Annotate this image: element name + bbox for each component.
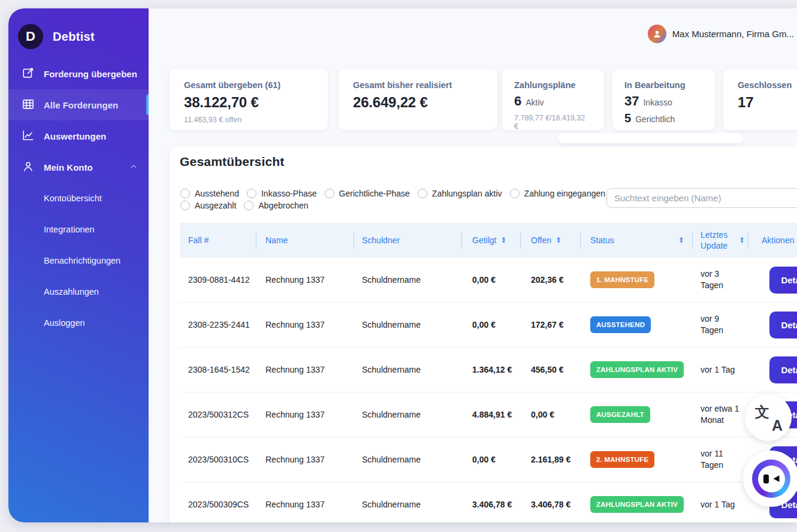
filter-abgebrochen: Abgebrochen <box>244 201 308 210</box>
translate-button[interactable]: 文 A <box>745 394 792 441</box>
sidebar-subitem-label: Kontoübersicht <box>44 194 102 203</box>
sidebar-item-label: Alle Forderungen <box>44 100 118 110</box>
user-menu[interactable]: Max Mustermann, Firma Gm... <box>648 25 794 43</box>
cell-case-id: 2023/500312CS <box>180 410 256 419</box>
user-icon <box>22 160 35 175</box>
sidebar-subitem-label: Auszahlungen <box>44 287 99 297</box>
radio-button[interactable] <box>247 189 256 198</box>
sidebar-nav: Forderung übergeben Alle Forderungen Mei… <box>8 58 149 338</box>
radio-button[interactable] <box>180 201 190 210</box>
cell-case-id: 2023/500310CS <box>180 455 256 464</box>
cell-updated: vor 11 Tagen <box>692 448 748 471</box>
sidebar-subitem-label: Integrationen <box>44 225 95 234</box>
sidebar-subitem-label: Benachrichtigungen <box>44 256 120 265</box>
cell-debtor: Schuldnername <box>354 275 461 285</box>
sort-icon[interactable] <box>679 237 684 244</box>
claims-table: Fall # Name Schuldner Getilgt Offen Stat… <box>180 223 797 522</box>
sidebar-item-auswertungen[interactable]: Mein Konto Auswertungen <box>8 120 149 152</box>
filter-zahlungsplan-aktiv: Zahlungsplan aktiv <box>418 189 502 198</box>
radio-button[interactable] <box>418 189 427 198</box>
page-title: Gesamtübersicht <box>180 155 285 169</box>
chatbot-face <box>758 466 785 492</box>
search-input[interactable] <box>606 188 797 208</box>
radio-button[interactable] <box>325 189 334 198</box>
overview-panel: Gesamtübersicht Ausstehend Inkasso-Phase… <box>170 147 797 522</box>
sidebar-item-kontouebersicht[interactable]: Kontoübersicht <box>8 183 149 214</box>
cell-name: Rechnung 1337 <box>256 365 354 374</box>
stat-title: Geschlossen <box>738 80 797 90</box>
filter-gerichtliche-phase: Gerichtliche-Phase <box>325 189 410 198</box>
filter-label: Inkasso-Phase <box>261 189 317 198</box>
cell-updated: vor 9 Tagen <box>692 313 748 336</box>
sidebar-item-benachrichtigungen[interactable]: Benachrichtigungen <box>8 245 149 276</box>
sidebar-item-label: Forderung übergeben <box>44 69 137 79</box>
column-header-aktionen: Aktionen <box>748 223 797 258</box>
column-header-status[interactable]: Status <box>580 223 692 258</box>
cell-paid: 0,00 € <box>461 455 520 464</box>
cell-status: 1. MAHNSTUFE <box>580 271 692 288</box>
stat-cards: Gesamt übergeben (61) 38.122,70 € 11.463… <box>170 69 797 130</box>
chevron-up-icon[interactable] <box>129 162 138 173</box>
sidebar-item-label: Auswertungen <box>44 131 106 141</box>
cell-actions: Details <box>748 312 797 338</box>
radio-button[interactable] <box>180 189 190 198</box>
stat-title: Gesamt übergeben (61) <box>184 80 313 90</box>
cell-status: ZAHLUNGSPLAN AKTIV <box>580 496 692 513</box>
stat-card-gesamt-uebergeben: Gesamt übergeben (61) 38.122,70 € 11.463… <box>170 69 328 130</box>
cell-status: 2. MAHNSTUFE <box>580 451 692 468</box>
column-header-getilgt[interactable]: Getilgt <box>461 223 520 258</box>
cell-name: Rechnung 1337 <box>256 410 354 419</box>
sidebar-item-integrationen[interactable]: Integrationen <box>8 214 149 245</box>
filter-label: Gerichtliche-Phase <box>339 189 410 198</box>
sidebar-item-ausloggen[interactable]: Ausloggen <box>8 307 149 338</box>
sidebar-item-forderung-uebergeben[interactable]: Forderung übergeben <box>8 58 149 89</box>
cell-updated: vor 1 Tag <box>692 499 748 510</box>
details-button[interactable]: Details <box>769 312 797 338</box>
brand-name: Debtist <box>53 30 95 44</box>
status-badge: 2. MAHNSTUFE <box>590 451 654 468</box>
filter-ausstehend: Ausstehend <box>180 189 239 198</box>
cell-open: 0,00 € <box>520 410 580 419</box>
radio-button[interactable] <box>244 201 253 210</box>
filter-ausgezahlt: Ausgezahlt <box>180 201 236 210</box>
sidebar-item-mein-konto[interactable]: Mein Konto <box>8 152 149 183</box>
stat-title: Gesamt bisher realisiert <box>353 80 483 90</box>
cell-debtor: Schuldnername <box>354 500 461 509</box>
cell-name: Rechnung 1337 <box>256 455 354 464</box>
cell-open: 3.406,78 € <box>520 500 580 509</box>
stat-title: In Bearbeitung <box>624 80 701 90</box>
table-header-row: Fall # Name Schuldner Getilgt Offen Stat… <box>180 223 797 258</box>
cell-updated: vor 1 Tag <box>692 364 748 376</box>
column-header-label: Getilgt <box>472 235 496 245</box>
cell-paid: 4.884,91 € <box>461 410 520 419</box>
details-button[interactable]: Details <box>769 267 797 294</box>
chatbot-eye <box>773 474 780 483</box>
sort-icon[interactable] <box>556 237 561 244</box>
column-header-label: Offen <box>531 235 551 245</box>
filter-label: Abgebrochen <box>258 201 308 210</box>
cell-paid: 3.406,78 € <box>461 500 520 509</box>
chat-widget-button[interactable] <box>743 451 797 507</box>
column-header-offen[interactable]: Offen <box>520 223 580 258</box>
sort-icon[interactable] <box>501 237 506 244</box>
filter-label: Zahlungsplan aktiv <box>432 189 502 198</box>
column-header-label: Status <box>590 235 614 245</box>
sidebar-item-alle-forderungen[interactable]: Alle Forderungen <box>8 89 149 120</box>
sidebar-item-auszahlungen[interactable]: Auszahlungen <box>8 276 149 307</box>
edit-icon <box>22 66 35 81</box>
cell-case-id: 2308-1645-1542 <box>180 365 256 374</box>
column-header-letztes-update[interactable]: Letztes Update <box>692 223 748 258</box>
details-button[interactable]: Details <box>769 356 797 383</box>
stat-value-label: Gerichtlich <box>635 114 675 124</box>
brand[interactable]: D Debtist <box>8 8 149 49</box>
cell-name: Rechnung 1337 <box>256 275 354 285</box>
cell-case-id: 2023/500309CS <box>180 500 256 509</box>
cell-status: AUSSTEHEND <box>580 316 692 333</box>
sort-icon[interactable] <box>739 237 744 244</box>
stat-sub: 7.789,77 €/18.419,32 € <box>514 114 590 131</box>
cell-updated: vor 3 Tagen <box>692 268 748 291</box>
stat-card-in-bearbeitung: In Bearbeitung 37 Inkasso 5 Gerichtlich <box>612 69 715 130</box>
stat-card-zahlungsplaene: Zahlungspläne 6 Aktiv 7.789,77 €/18.419,… <box>502 69 604 130</box>
status-filters: Ausstehend Inkasso-Phase Gerichtliche-Ph… <box>180 189 600 213</box>
radio-button[interactable] <box>510 189 520 198</box>
